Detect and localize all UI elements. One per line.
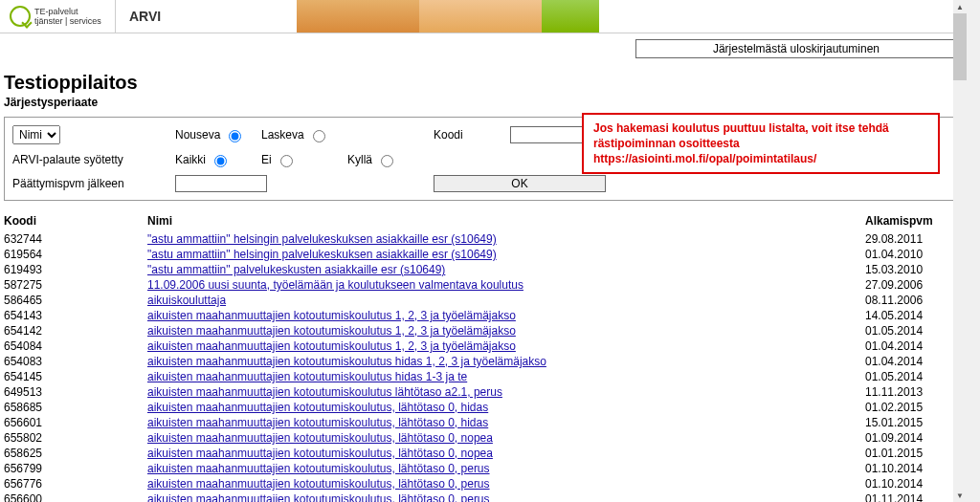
cell-koodi: 658685 <box>4 401 147 414</box>
banner <box>174 0 967 33</box>
cell-koodi: 619564 <box>4 248 147 261</box>
arvi-no-radio[interactable] <box>280 155 293 167</box>
cell-nimi: aikuisten maahanmuuttajien kotoutumiskou… <box>147 324 865 338</box>
cell-nimi: "astu ammattiin" helsingin palvelukeskuk… <box>147 248 865 261</box>
app-title: ARVI <box>116 0 174 33</box>
results-table: Koodi Nimi Alkamispvm Päättymispvm 63274… <box>4 210 957 502</box>
cell-nimi: "astu ammattiin" helsingin palvelukeskuk… <box>147 232 865 246</box>
cell-koodi: 632744 <box>4 232 147 246</box>
cell-nimi: 11.09.2006 uusi suunta, työelämään ja ko… <box>147 278 865 292</box>
cell-koodi: 656601 <box>4 416 147 429</box>
logout-button[interactable]: Järjestelmästä uloskirjautuminen <box>635 39 957 58</box>
table-row: 619564"astu ammattiin" helsingin palvelu… <box>4 247 957 262</box>
table-row: 658685aikuisten maahanmuuttajien kotoutu… <box>4 400 957 415</box>
course-link[interactable]: aikuisten maahanmuuttajien kotoutumiskou… <box>147 401 488 414</box>
cell-koodi: 619493 <box>4 263 147 276</box>
course-link[interactable]: aikuisten maahanmuuttajien kotoutumiskou… <box>147 355 546 368</box>
page-title: Testioppilaitos <box>4 72 957 94</box>
topbar: TE-palvelut tjänster | services ARVI <box>0 0 967 33</box>
cell-koodi: 654143 <box>4 309 147 322</box>
cell-nimi: aikuisten maahanmuuttajien kotoutumiskou… <box>147 370 865 383</box>
scroll-down-icon[interactable]: ▼ <box>953 489 967 502</box>
end-after-label: Päättymispvm jälkeen <box>12 177 124 190</box>
course-link[interactable]: aikuisten maahanmuuttajien kotoutumiskou… <box>147 370 467 383</box>
course-link[interactable]: aikuisten maahanmuuttajien kotoutumiskou… <box>147 339 516 353</box>
table-row: 649513aikuisten maahanmuuttajien kotoutu… <box>4 384 957 400</box>
course-link[interactable]: aikuisten maahanmuuttajien kotoutumiskou… <box>147 385 502 399</box>
end-after-input[interactable] <box>175 175 267 192</box>
cell-koodi: 586465 <box>4 294 147 307</box>
course-link[interactable]: 11.09.2006 uusi suunta, työelämään ja ko… <box>147 278 523 292</box>
cell-koodi: 654083 <box>4 355 147 368</box>
cell-nimi: aikuisten maahanmuuttajien kotoutumiskou… <box>147 431 865 445</box>
cell-koodi: 655802 <box>4 431 147 445</box>
course-link[interactable]: "astu ammattiin" palvelukeskusten asiakk… <box>147 263 445 276</box>
table-row: 586465aikuiskouluttaja08.11.200603.05.20… <box>4 293 957 308</box>
sort-field-select[interactable]: Nimi <box>12 125 60 144</box>
cell-koodi: 658625 <box>4 447 147 460</box>
cell-nimi: aikuisten maahanmuuttajien kotoutumiskou… <box>147 355 865 368</box>
course-link[interactable]: aikuisten maahanmuuttajien kotoutumiskou… <box>147 416 488 429</box>
ok-button[interactable]: OK <box>434 175 606 192</box>
cell-nimi: "astu ammattiin" palvelukeskusten asiakk… <box>147 263 865 276</box>
sort-desc-label: Laskeva <box>261 128 304 142</box>
arvi-no-label: Ei <box>261 153 272 166</box>
te-logo-icon <box>10 6 31 27</box>
course-link[interactable]: aikuisten maahanmuuttajien kotoutumiskou… <box>147 462 490 475</box>
cell-koodi: 654142 <box>4 324 147 338</box>
cell-koodi: 654084 <box>4 339 147 353</box>
cell-nimi: aikuisten maahanmuuttajien kotoutumiskou… <box>147 462 865 475</box>
vertical-scrollbar[interactable]: ▲ ▼ <box>953 0 967 502</box>
brand-bottom: tjänster | services <box>34 16 101 26</box>
cell-nimi: aikuisten maahanmuuttajien kotoutumiskou… <box>147 477 865 491</box>
content: Testioppilaitos Järjestysperiaate Nimi N… <box>0 58 967 502</box>
cell-nimi: aikuisten maahanmuuttajien kotoutumiskou… <box>147 416 865 429</box>
cell-nimi: aikuisten maahanmuuttajien kotoutumiskou… <box>147 339 865 353</box>
table-row: 654083aikuisten maahanmuuttajien kotoutu… <box>4 354 957 369</box>
table-row: 656776aikuisten maahanmuuttajien kotoutu… <box>4 476 957 491</box>
course-link[interactable]: aikuisten maahanmuuttajien kotoutumiskou… <box>147 309 516 322</box>
cell-koodi: 587275 <box>4 278 147 292</box>
page-subtitle: Järjestysperiaate <box>4 96 957 109</box>
table-row: 656799aikuisten maahanmuuttajien kotoutu… <box>4 461 957 476</box>
table-row: 632744"astu ammattiin" helsingin palvelu… <box>4 231 957 247</box>
course-link[interactable]: aikuisten maahanmuuttajien kotoutumiskou… <box>147 447 493 460</box>
table-row: 619493"astu ammattiin" palvelukeskusten … <box>4 262 957 277</box>
cell-nimi: aikuisten maahanmuuttajien kotoutumiskou… <box>147 309 865 322</box>
cell-koodi: 654145 <box>4 370 147 383</box>
arvi-yes-label: Kyllä <box>347 153 372 166</box>
course-link[interactable]: aikuisten maahanmuuttajien kotoutumiskou… <box>147 431 493 445</box>
course-link[interactable]: "astu ammattiin" helsingin palvelukeskuk… <box>147 232 497 246</box>
col-koodi: Koodi <box>4 214 147 228</box>
table-row: 656601aikuisten maahanmuuttajien kotoutu… <box>4 415 957 430</box>
sort-asc-radio[interactable] <box>229 130 241 142</box>
scroll-thumb[interactable] <box>953 13 967 80</box>
cell-koodi: 656799 <box>4 462 147 475</box>
table-row: 654084aikuisten maahanmuuttajien kotoutu… <box>4 338 957 354</box>
cell-nimi: aikuisten maahanmuuttajien kotoutumiskou… <box>147 385 865 399</box>
sort-asc-label: Nouseva <box>175 128 220 142</box>
course-link[interactable]: aikuisten maahanmuuttajien kotoutumiskou… <box>147 492 490 502</box>
brand-logo: TE-palvelut tjänster | services <box>0 0 115 33</box>
col-nimi: Nimi <box>147 214 865 228</box>
brand-top: TE-palvelut <box>34 7 101 16</box>
cell-nimi: aikuisten maahanmuuttajien kotoutumiskou… <box>147 447 865 460</box>
table-row: 656600aikuisten maahanmuuttajien kotoutu… <box>4 491 957 502</box>
arvi-yes-radio[interactable] <box>381 155 393 167</box>
course-link[interactable]: aikuiskouluttaja <box>147 294 226 307</box>
table-row: 654145aikuisten maahanmuuttajien kotoutu… <box>4 369 957 384</box>
table-row: 58727511.09.2006 uusi suunta, työelämään… <box>4 277 957 293</box>
table-row: 654143aikuisten maahanmuuttajien kotoutu… <box>4 308 957 323</box>
course-link[interactable]: aikuisten maahanmuuttajien kotoutumiskou… <box>147 477 490 491</box>
sort-desc-radio[interactable] <box>313 130 325 142</box>
toolbar-row: Järjestelmästä uloskirjautuminen <box>0 33 967 58</box>
arvi-label: ARVI-palaute syötetty <box>12 153 123 166</box>
arvi-all-radio[interactable] <box>214 155 227 167</box>
cell-koodi: 656600 <box>4 492 147 502</box>
warning-notice: Jos hakemasi koulutus puuttuu listalta, … <box>582 113 940 174</box>
course-link[interactable]: "astu ammattiin" helsingin palvelukeskuk… <box>147 248 497 261</box>
arvi-all-label: Kaikki <box>175 153 206 166</box>
scroll-up-icon[interactable]: ▲ <box>953 0 967 13</box>
table-header: Koodi Nimi Alkamispvm Päättymispvm <box>4 210 957 231</box>
course-link[interactable]: aikuisten maahanmuuttajien kotoutumiskou… <box>147 324 516 338</box>
